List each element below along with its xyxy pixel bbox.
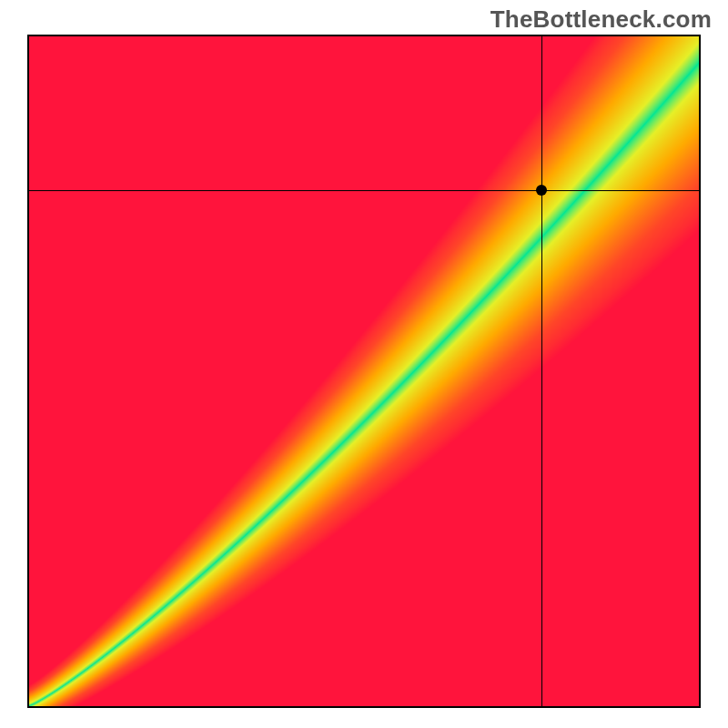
crosshair-horizontal: [29, 190, 699, 191]
plot-frame: [27, 35, 701, 708]
watermark-text: TheBottleneck.com: [490, 5, 712, 34]
heatmap-canvas: [29, 36, 699, 706]
root: TheBottleneck.com: [0, 0, 728, 728]
crosshair-marker: [536, 185, 547, 196]
crosshair-vertical: [541, 36, 542, 706]
